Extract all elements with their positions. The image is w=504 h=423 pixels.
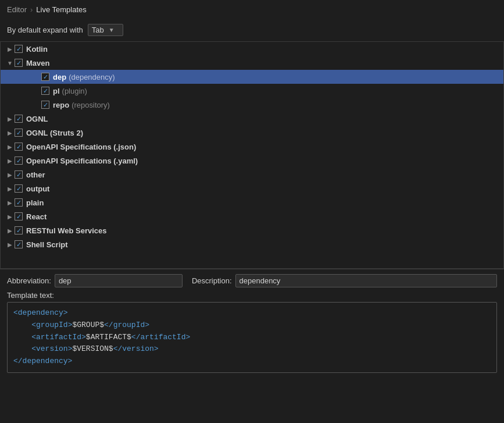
item-label-other: other (26, 170, 45, 179)
tree-item-output[interactable]: output (1, 182, 503, 195)
breadcrumb-editor: Editor (7, 5, 27, 14)
tree-item-openapi-yaml[interactable]: OpenAPI Specifications (.yaml) (1, 154, 503, 168)
checkbox-other[interactable] (15, 170, 23, 179)
template-text-editor[interactable]: <dependency> <groupId>$GROUP$</groupId> … (7, 302, 497, 373)
abbreviation-input[interactable] (55, 274, 183, 287)
checkbox-react[interactable] (15, 212, 23, 221)
expand-btn-maven[interactable] (5, 58, 15, 67)
checkbox-openapi-yaml[interactable] (15, 157, 23, 165)
expand-btn-shell[interactable] (5, 240, 15, 249)
checkbox-restful[interactable] (15, 226, 23, 234)
tree-item-pl[interactable]: pl (plugin) (1, 84, 503, 98)
item-secondary-repo: (repository) (72, 101, 110, 109)
expand-label: By default expand with (7, 26, 83, 34)
tree-item-ognl[interactable]: OGNL (1, 112, 503, 126)
item-label-plain: plain (26, 198, 44, 207)
tree-item-restful[interactable]: RESTful Web Services (1, 223, 503, 237)
toolbar: By default expand with Tab ▼ (0, 19, 504, 42)
item-label-openapi-json: OpenAPI Specifications (.json) (26, 143, 136, 151)
expand-btn-ognl-struts[interactable] (5, 128, 15, 137)
tree-item-repo[interactable]: repo (repository) (1, 98, 503, 112)
description-label: Description: (192, 276, 232, 285)
description-input[interactable] (235, 274, 497, 287)
expand-btn-plain[interactable] (5, 198, 15, 207)
tree-item-dep[interactable]: dep (dependency) (1, 70, 503, 84)
checkbox-output[interactable] (15, 184, 23, 193)
detail-area: Abbreviation: Description: Template text… (0, 269, 504, 375)
tree-item-shell[interactable]: Shell Script (1, 237, 503, 251)
checkbox-pl[interactable] (41, 87, 49, 95)
item-label-maven: Maven (26, 59, 49, 67)
expand-with-value: Tab (92, 26, 104, 34)
tree-item-other[interactable]: other (1, 168, 503, 182)
tree-item-maven[interactable]: Maven (1, 56, 503, 70)
tree-item-kotlin[interactable]: Kotlin (1, 42, 503, 56)
item-secondary-dep: (dependency) (69, 73, 115, 81)
checkbox-repo[interactable] (41, 101, 49, 109)
item-secondary-pl: (plugin) (62, 87, 87, 95)
item-label-openapi-yaml: OpenAPI Specifications (.yaml) (26, 157, 138, 165)
expand-btn-react[interactable] (5, 212, 15, 221)
expand-with-dropdown[interactable]: Tab ▼ (88, 24, 123, 36)
item-label-output: output (26, 184, 49, 193)
item-label-react: React (26, 212, 47, 221)
item-label-kotlin: Kotlin (26, 45, 48, 54)
expand-btn-kotlin[interactable] (5, 44, 15, 54)
templates-tree: KotlinMavendep (dependency)pl (plugin)re… (0, 42, 504, 269)
expand-btn-openapi-json[interactable] (5, 142, 15, 151)
expand-btn-openapi-yaml[interactable] (5, 156, 15, 165)
item-label-restful: RESTful Web Services (26, 226, 106, 235)
breadcrumb-separator: › (30, 5, 33, 14)
tree-item-plain[interactable]: plain (1, 195, 503, 209)
checkbox-ognl[interactable] (15, 115, 23, 123)
checkbox-kotlin[interactable] (15, 45, 23, 53)
abbreviation-label: Abbreviation: (7, 276, 51, 285)
expand-btn-output[interactable] (5, 184, 15, 193)
item-label-dep: dep (53, 73, 66, 81)
expand-btn-restful[interactable] (5, 226, 15, 235)
tree-item-ognl-struts[interactable]: OGNL (Struts 2) (1, 126, 503, 140)
checkbox-shell[interactable] (15, 240, 23, 248)
checkbox-dep[interactable] (41, 73, 49, 81)
item-label-shell: Shell Script (26, 240, 68, 249)
expand-btn-ognl[interactable] (5, 114, 15, 123)
item-label-ognl-struts: OGNL (Struts 2) (26, 129, 83, 137)
template-text-label: Template text: (7, 291, 497, 300)
expand-btn-other[interactable] (5, 170, 15, 179)
item-label-pl: pl (53, 87, 60, 95)
breadcrumb-title: Live Templates (36, 5, 86, 14)
abbreviation-row: Abbreviation: Description: (7, 274, 497, 287)
item-label-repo: repo (53, 101, 69, 109)
breadcrumb: Editor › Live Templates (0, 0, 504, 19)
tree-item-openapi-json[interactable]: OpenAPI Specifications (.json) (1, 140, 503, 154)
checkbox-maven[interactable] (15, 59, 23, 67)
item-label-ognl: OGNL (26, 115, 48, 123)
checkbox-plain[interactable] (15, 198, 23, 207)
checkbox-ognl-struts[interactable] (15, 129, 23, 137)
tree-item-react[interactable]: React (1, 209, 503, 223)
dropdown-arrow-icon: ▼ (109, 27, 115, 33)
checkbox-openapi-json[interactable] (15, 143, 23, 151)
